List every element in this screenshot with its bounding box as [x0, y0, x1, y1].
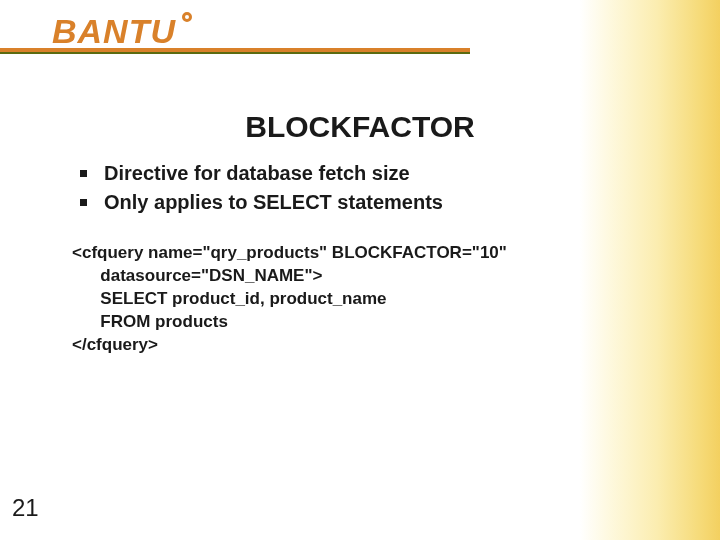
list-item: Only applies to SELECT statements: [72, 189, 630, 216]
bullet-list: Directive for database fetch size Only a…: [72, 160, 630, 216]
code-block: <cfquery name="qry_products" BLOCKFACTOR…: [72, 242, 630, 357]
slide-title: BLOCKFACTOR: [0, 110, 720, 144]
list-item: Directive for database fetch size: [72, 160, 630, 187]
page-number: 21: [12, 494, 39, 522]
logo: BANTU: [52, 14, 176, 48]
slide-content: Directive for database fetch size Only a…: [72, 160, 630, 357]
header-green-bar: [0, 52, 470, 54]
logo-dot-icon: [182, 12, 192, 22]
logo-text: BANTU: [52, 14, 176, 48]
